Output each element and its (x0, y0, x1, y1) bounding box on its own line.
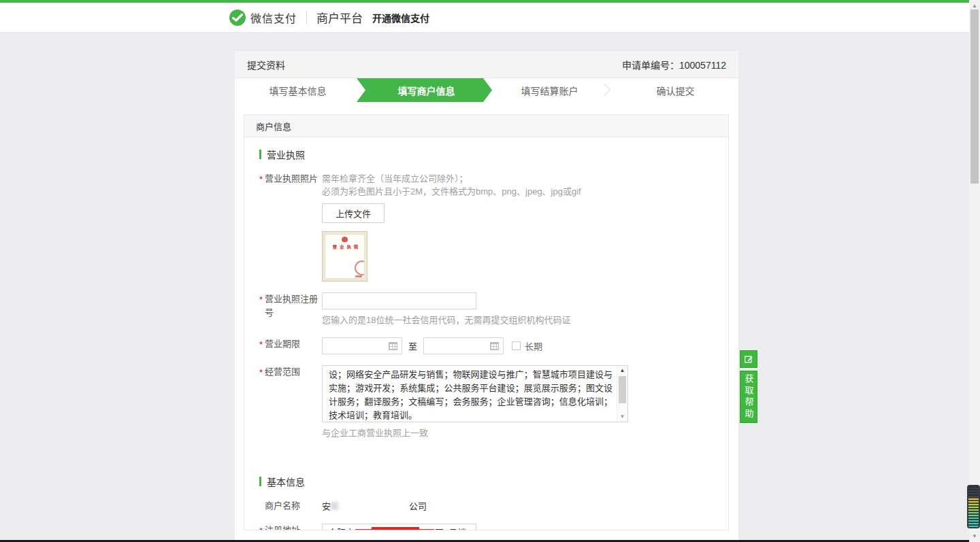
merchant-name-row: 商户名称 安公司 (259, 499, 728, 513)
section-accent-bar (259, 150, 261, 159)
step-basic-info[interactable]: 填写基本信息 (235, 78, 361, 102)
feedback-edit-button[interactable] (740, 350, 757, 368)
step-label: 填写结算账户 (521, 84, 578, 97)
reg-number-row: * 营业执照注册号 您输入的是18位统一社会信用代码，无需再提交组织机构代码证 (259, 292, 728, 326)
page-scrollbar-thumb[interactable] (970, 10, 979, 184)
get-help-button[interactable]: 获取帮助 (740, 371, 757, 423)
reg-number-label: * 营业执照注册号 (259, 292, 322, 326)
brand-name: 微信支付 (250, 10, 297, 26)
business-scope-label: * 经营范围 (259, 365, 322, 439)
business-term-row: * 营业期限 至 长期 (259, 337, 728, 354)
section-business-license: 营业执照 (259, 148, 728, 161)
app-header: 微信支付 商户平台 开通微信支付 (0, 3, 969, 33)
scroll-up-icon[interactable]: ▲ (617, 366, 627, 375)
step-settlement-account[interactable]: 填写结算账户 (487, 78, 612, 102)
license-photo-row: * 营业执照照片 需年检章齐全（当年成立公司除外）； 必须为彩色图片且小于2M，… (259, 172, 728, 282)
registered-address-label: * 注册地址 (259, 524, 322, 530)
box-title: 商户信息 (256, 120, 291, 133)
photo-hint-2: 必须为彩色图片且小于2M，文件格式为bmp、png、jpeg、jpg或gif (322, 185, 728, 198)
section-basic-info: 基本信息 (259, 475, 728, 488)
submit-form-panel: 提交资料 申请单编号：100057112 填写基本信息 填写商户信息 填写结算账… (235, 51, 738, 542)
thumb-license-title: 营 业 执 照 (333, 243, 357, 250)
scroll-down-icon[interactable]: ▼ (617, 412, 627, 422)
scrollbar-up-icon[interactable]: ▲ (969, 3, 980, 9)
license-thumbnail[interactable]: 营 业 执 照 (322, 231, 368, 282)
textarea-scrollbar-thumb[interactable] (619, 376, 626, 403)
registered-address-input[interactable]: 合肥市园1号楼 (322, 524, 476, 530)
required-mark: * (259, 173, 263, 186)
calendar-icon (490, 342, 499, 350)
longterm-checkbox[interactable] (512, 341, 521, 350)
merchant-name-value: 安公司 (322, 499, 728, 513)
textarea-scrollbar[interactable]: ▲ ▼ (617, 366, 627, 422)
business-term-label: * 营业期限 (259, 337, 322, 354)
step-label: 填写基本信息 (270, 84, 327, 97)
section-title-text: 营业执照 (267, 148, 305, 161)
license-photo-label: * 营业执照照片 (259, 172, 322, 282)
term-to-label: 至 (408, 339, 417, 352)
business-scope-textarea[interactable]: 设；网络安全产品研发与销售；物联网建设与推广；智慧城市项目建设与实施；游戏开发；… (322, 365, 628, 422)
portal-name: 商户平台 (316, 9, 363, 26)
merchant-info-box: 商户信息 营业执照 * 营业执照照片 需年检章齐全（当年成立公司除外）； 必须为… (244, 114, 729, 530)
required-mark: * (259, 366, 263, 379)
panel-header: 提交资料 申请单编号：100057112 (235, 51, 738, 78)
red-seal-icon (355, 260, 365, 275)
step-confirm-submit[interactable]: 确认提交 (612, 78, 738, 102)
header-divider (306, 11, 307, 24)
business-scope-row: * 经营范围 设；网络安全产品研发与销售；物联网建设与推广；智慧城市项目建设与实… (259, 365, 728, 439)
longterm-label: 长期 (525, 339, 542, 352)
required-mark: * (259, 524, 263, 530)
red-redaction-bar (355, 529, 434, 531)
edit-pencil-icon (744, 354, 753, 364)
reg-number-input[interactable] (322, 292, 476, 309)
redacted-character (331, 502, 338, 510)
upload-file-button[interactable]: 上传文件 (322, 203, 385, 223)
application-number: 申请单编号：100057112 (622, 58, 726, 71)
section-title-text: 基本信息 (267, 475, 305, 488)
required-mark: * (259, 338, 263, 352)
box-header: 商户信息 (244, 115, 728, 137)
step-label: 填写商户信息 (398, 84, 455, 97)
page-scrollbar[interactable]: ▲ ▼ (969, 0, 980, 542)
term-end-date-input[interactable] (423, 337, 504, 354)
business-scope-hint: 与企业工商营业执照上一致 (322, 426, 728, 439)
step-merchant-info-active[interactable]: 填写商户信息 (357, 78, 492, 102)
step-label: 确认提交 (657, 84, 695, 97)
required-mark: * (259, 293, 263, 307)
business-scope-text: 设；网络安全产品研发与销售；物联网建设与推广；智慧城市项目建设与实施；游戏开发；… (323, 366, 617, 422)
step-wizard: 填写基本信息 填写商户信息 填写结算账户 确认提交 (235, 78, 738, 102)
chevron-right-icon (598, 84, 610, 96)
merchant-name-label: 商户名称 (259, 499, 322, 513)
registered-address-row: * 注册地址 合肥市园1号楼 注册地址需与营业执照登记住所一致 (259, 524, 728, 530)
reg-number-hint: 您输入的是18位统一社会信用代码，无需再提交组织机构代码证 (322, 314, 728, 326)
panel-title: 提交资料 (247, 58, 285, 71)
calendar-icon (389, 342, 397, 350)
term-start-date-input[interactable] (322, 337, 402, 354)
section-accent-bar (259, 477, 261, 486)
photo-hint-1: 需年检章齐全（当年成立公司除外）； (322, 172, 728, 185)
scrollbar-down-icon[interactable]: ▼ (969, 533, 980, 539)
page-subtitle: 开通微信支付 (372, 11, 429, 24)
wechat-pay-logo-icon (229, 10, 246, 26)
extension-minimap-widget[interactable] (967, 485, 980, 528)
national-emblem-icon (342, 237, 348, 242)
